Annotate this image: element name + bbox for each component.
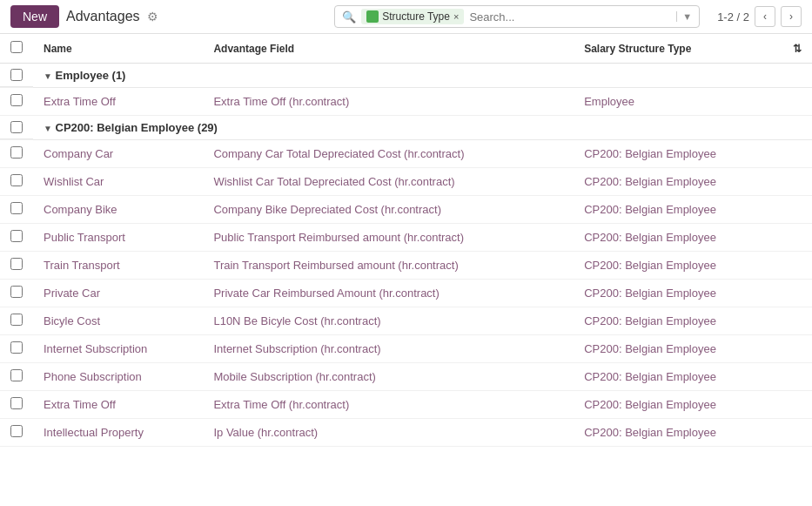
row-advantage-field: Wishlist Car Total Depreciated Cost (hr.… — [203, 168, 574, 196]
row-advantage-field: Mobile Subscription (hr.contract) — [203, 363, 574, 391]
row-name[interactable]: Extra Time Off — [33, 391, 203, 419]
row-checkbox-1-4[interactable] — [10, 258, 23, 270]
group-label-0[interactable]: ▼ Employee (1) — [33, 64, 812, 88]
salary-structure-type-value: Employee — [584, 95, 634, 108]
row-name-link[interactable]: Company Car — [44, 147, 113, 160]
advantage-field-value: Extra Time Off (hr.contract) — [213, 95, 349, 108]
row-name-link[interactable]: Extra Time Off — [44, 95, 116, 108]
table-row: Company Car Company Car Total Depreciate… — [0, 140, 812, 168]
row-advantage-field: Private Car Reimbursed Amount (hr.contra… — [203, 280, 574, 307]
group-label-1[interactable]: ▼ CP200: Belgian Employee (29) — [33, 116, 812, 140]
search-dropdown-arrow[interactable]: ▼ — [676, 11, 692, 22]
row-name[interactable]: Bicyle Cost — [33, 307, 203, 335]
pagination: 1-2 / 2 ‹ › — [717, 6, 802, 27]
row-empty-cell — [782, 363, 812, 391]
row-checkbox-1-2[interactable] — [10, 202, 23, 214]
row-checkbox-1-0[interactable] — [10, 146, 23, 159]
row-name-link[interactable]: Private Car — [44, 287, 100, 300]
row-name-link[interactable]: Public Transport — [44, 231, 125, 244]
row-name-link[interactable]: Wishlist Car — [44, 175, 104, 188]
group-checkbox-0[interactable] — [10, 69, 23, 81]
filter-tag: Structure Type × — [361, 9, 464, 24]
group-checkbox-1[interactable] — [10, 121, 23, 133]
search-bar: 🔍 Structure Type × ▼ — [334, 5, 700, 28]
row-name[interactable]: Private Car — [33, 280, 203, 307]
table-wrapper: Name Advantage Field Salary Structure Ty… — [0, 34, 812, 447]
row-name[interactable]: Wishlist Car — [33, 168, 203, 196]
row-name-link[interactable]: Internet Subscription — [44, 342, 147, 355]
advantage-field-value: L10N Be Bicyle Cost (hr.contract) — [213, 314, 380, 327]
table-row: Internet Subscription Internet Subscript… — [0, 335, 812, 363]
row-checkbox-1-5[interactable] — [10, 286, 23, 298]
prev-page-button[interactable]: ‹ — [755, 6, 775, 27]
gear-icon[interactable]: ⚙ — [147, 10, 158, 24]
row-empty-cell — [782, 280, 812, 307]
advantage-field-value: Company Bike Depreciated Cost (hr.contra… — [213, 203, 441, 216]
row-name-link[interactable]: Intellectual Property — [44, 426, 144, 439]
group-checkbox-cell — [0, 116, 33, 139]
row-salary-structure-type: CP200: Belgian Employee — [574, 391, 782, 419]
group-label-text: Employee (1) — [56, 69, 126, 82]
row-name-link[interactable]: Phone Subscription — [44, 370, 142, 383]
table-row: Intellectual Property Ip Value (hr.contr… — [0, 419, 812, 447]
row-name[interactable]: Intellectual Property — [33, 419, 203, 447]
row-advantage-field: Internet Subscription (hr.contract) — [203, 335, 574, 363]
row-checkbox-1-3[interactable] — [10, 230, 23, 242]
row-salary-structure-type: CP200: Belgian Employee — [574, 140, 782, 168]
advantage-field-value: Ip Value (hr.contract) — [213, 426, 318, 439]
salary-structure-type-value: CP200: Belgian Employee — [584, 175, 716, 188]
salary-structure-type-value: CP200: Belgian Employee — [584, 147, 716, 160]
row-checkbox-cell — [0, 252, 33, 280]
row-name-link[interactable]: Extra Time Off — [44, 398, 116, 411]
salary-structure-type-value: CP200: Belgian Employee — [584, 259, 716, 272]
advantage-field-value: Company Car Total Depreciated Cost (hr.c… — [213, 147, 464, 160]
row-checkbox-1-1[interactable] — [10, 174, 23, 186]
row-salary-structure-type: CP200: Belgian Employee — [574, 363, 782, 391]
svg-rect-0 — [368, 12, 377, 21]
salary-structure-type-value: CP200: Belgian Employee — [584, 287, 716, 300]
row-checkbox-cell — [0, 307, 33, 335]
filter-tag-structure-icon — [366, 10, 379, 23]
row-name[interactable]: Company Bike — [33, 196, 203, 224]
row-name-link[interactable]: Bicyle Cost — [44, 314, 100, 327]
row-checkbox-cell — [0, 168, 33, 196]
row-checkbox-cell — [0, 140, 33, 168]
group-row[interactable]: ▼ CP200: Belgian Employee (29) — [0, 116, 812, 140]
row-checkbox-1-8[interactable] — [10, 369, 23, 381]
salary-structure-type-value: CP200: Belgian Employee — [584, 426, 716, 439]
row-advantage-field: Ip Value (hr.contract) — [203, 419, 574, 447]
row-checkbox-1-7[interactable] — [10, 341, 23, 354]
row-name[interactable]: Train Transport — [33, 252, 203, 280]
table-row: Public Transport Public Transport Reimbu… — [0, 224, 812, 252]
row-checkbox-1-9[interactable] — [10, 397, 23, 409]
page-title: Advantages — [66, 9, 140, 24]
row-salary-structure-type: CP200: Belgian Employee — [574, 196, 782, 224]
row-name[interactable]: Company Car — [33, 140, 203, 168]
header-filter-icon[interactable]: ⇅ — [782, 34, 812, 64]
row-checkbox-0-0[interactable] — [10, 94, 23, 106]
next-page-button[interactable]: › — [781, 6, 802, 27]
row-salary-structure-type: CP200: Belgian Employee — [574, 307, 782, 335]
row-checkbox-1-6[interactable] — [10, 314, 23, 326]
row-checkbox-1-10[interactable] — [10, 425, 23, 437]
row-empty-cell — [782, 168, 812, 196]
row-name[interactable]: Extra Time Off — [33, 88, 203, 116]
search-input[interactable] — [469, 10, 671, 24]
row-salary-structure-type: Employee — [574, 88, 782, 116]
row-name[interactable]: Phone Subscription — [33, 363, 203, 391]
row-salary-structure-type: CP200: Belgian Employee — [574, 224, 782, 252]
filter-tag-close-icon[interactable]: × — [453, 11, 459, 22]
row-advantage-field: L10N Be Bicyle Cost (hr.contract) — [203, 307, 574, 335]
row-name-link[interactable]: Train Transport — [44, 259, 120, 272]
row-checkbox-cell — [0, 88, 33, 116]
row-name[interactable]: Internet Subscription — [33, 335, 203, 363]
advantage-field-value: Train Transport Reimbursed amount (hr.co… — [213, 259, 458, 272]
salary-structure-type-value: CP200: Belgian Employee — [584, 370, 716, 383]
row-name[interactable]: Public Transport — [33, 224, 203, 252]
new-button[interactable]: New — [10, 5, 59, 28]
row-advantage-field: Company Bike Depreciated Cost (hr.contra… — [203, 196, 574, 224]
select-all-checkbox[interactable] — [10, 41, 23, 53]
row-name-link[interactable]: Company Bike — [44, 203, 117, 216]
group-row[interactable]: ▼ Employee (1) — [0, 64, 812, 88]
top-bar: New Advantages ⚙ 🔍 Structure Type × ▼ 1-… — [0, 0, 812, 34]
